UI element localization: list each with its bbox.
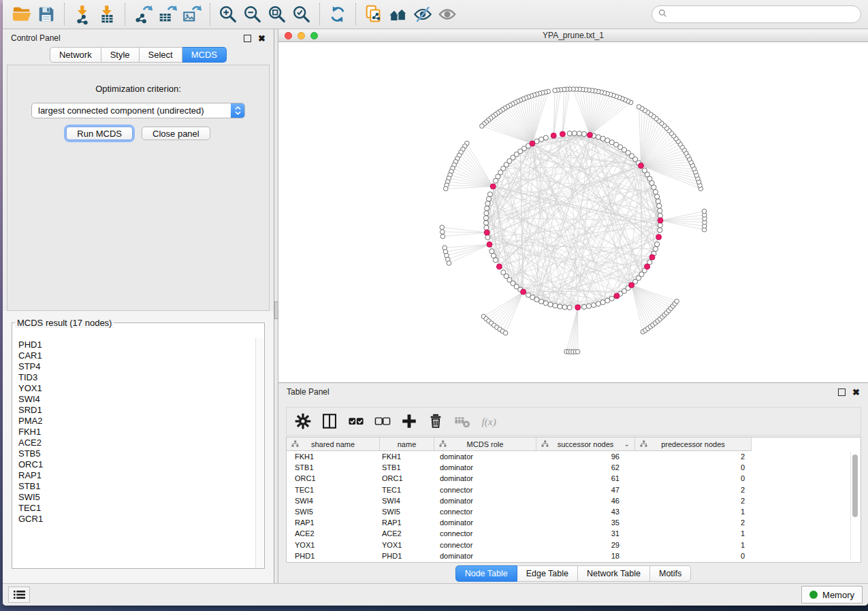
column-header-predecessor-nodes[interactable]: predecessor nodes <box>635 437 752 451</box>
show-columns-icon[interactable] <box>320 412 339 431</box>
close-panel-button[interactable]: Close panel <box>142 127 210 140</box>
tab-select[interactable]: Select <box>140 47 182 63</box>
main-area: Control Panel ✖ NetworkStyleSelectMCDS O… <box>3 29 868 583</box>
table-row[interactable]: FKH1FKH1dominator962 <box>287 451 861 462</box>
cell-name: SWI5 <box>380 508 434 516</box>
run-mcds-button[interactable]: Run MCDS <box>66 127 133 140</box>
table-row[interactable]: STB1STB1dominator620 <box>287 462 861 473</box>
search-box[interactable] <box>652 5 861 23</box>
column-type-icon <box>439 440 447 449</box>
mcds-result-item[interactable]: YOX1 <box>18 383 255 394</box>
import-network-icon[interactable] <box>70 3 95 26</box>
cell-predecessor_nodes: 2 <box>635 497 752 505</box>
tab-mcds[interactable]: MCDS <box>182 47 227 63</box>
zoom-out-icon[interactable] <box>240 3 265 26</box>
zoom-fit-icon[interactable] <box>265 3 289 26</box>
table-row[interactable]: SWI5SWI5connector431 <box>287 506 861 517</box>
apply-layout-icon[interactable] <box>325 3 350 26</box>
mcds-result-item[interactable]: STB1 <box>18 481 255 492</box>
mcds-result-item[interactable]: ORC1 <box>18 459 255 470</box>
network-graph[interactable] <box>278 42 868 382</box>
memory-button[interactable]: Memory <box>801 586 863 604</box>
export-image-icon[interactable] <box>180 3 204 26</box>
cell-shared_name: TEC1 <box>287 486 380 494</box>
table-row[interactable]: ACE2ACE2connector311 <box>287 528 861 539</box>
sort-desc-icon: ⌄ <box>624 440 630 448</box>
toolbar-separator <box>355 3 356 25</box>
right-column: YPA_prune.txt_1 Table Panel ✖ f(x) sha <box>278 29 868 583</box>
mcds-result-list[interactable]: PHD1CAR1STP4TID3YOX1SWI4SRD1PMA2FKH1ACE2… <box>13 338 255 567</box>
cell-predecessor_nodes: 2 <box>635 486 752 494</box>
hide-selected-icon[interactable] <box>411 3 435 26</box>
table-row[interactable]: RAP1RAP1dominator352 <box>287 517 861 528</box>
export-network-icon[interactable] <box>131 3 155 26</box>
show-all-icon[interactable] <box>435 3 460 26</box>
table-row[interactable]: SWI4SWI4dominator462 <box>287 495 861 506</box>
new-network-from-selection-icon[interactable] <box>361 3 386 26</box>
table-scrollbar-thumb[interactable] <box>852 455 858 517</box>
window-minimize-button[interactable] <box>298 32 305 39</box>
column-header-MCDS-role[interactable]: MCDS role <box>434 437 536 451</box>
float-table-panel-icon[interactable] <box>838 389 846 396</box>
table-row[interactable]: PHD1PHD1dominator180 <box>287 550 861 561</box>
network-canvas[interactable] <box>278 42 868 382</box>
tab-edge-table[interactable]: Edge Table <box>517 565 578 582</box>
window-close-button[interactable] <box>285 32 292 39</box>
mcds-result-item[interactable]: SWI4 <box>18 394 255 405</box>
search-icon <box>658 8 667 20</box>
open-file-icon[interactable] <box>10 3 34 26</box>
window-zoom-button[interactable] <box>310 32 318 39</box>
mcds-result-item[interactable]: PMA2 <box>18 416 255 427</box>
mcds-result-item[interactable]: SRD1 <box>18 405 255 416</box>
zoom-selected-icon[interactable] <box>289 3 314 26</box>
mcds-result-item[interactable]: GCR1 <box>18 514 255 525</box>
table-panel-titlebar: Table Panel ✖ <box>278 383 868 401</box>
save-session-icon[interactable] <box>34 3 59 26</box>
table-header: shared namenameMCDS rolesuccessor nodes⌄… <box>287 437 861 451</box>
table-row[interactable]: YOX1YOX1connector291 <box>287 540 861 550</box>
cell-shared_name: FKH1 <box>287 452 380 461</box>
column-header-shared-name[interactable]: shared name <box>287 437 380 451</box>
mcds-result-item[interactable]: SWI5 <box>18 492 255 503</box>
tab-network-table[interactable]: Network Table <box>578 565 650 582</box>
cell-mcds_role: connector <box>434 529 536 538</box>
import-table-icon[interactable] <box>95 3 119 26</box>
mcds-result-item[interactable]: CAR1 <box>18 350 255 361</box>
toolbar-separator <box>210 3 210 25</box>
zoom-in-icon[interactable] <box>216 3 240 26</box>
criterion-selected-value: largest connected component (undirected) <box>38 105 204 116</box>
mcds-result-item[interactable]: ACE2 <box>18 437 255 448</box>
float-panel-icon[interactable] <box>244 35 251 42</box>
mcds-result-item[interactable]: TID3 <box>18 372 255 383</box>
tab-motifs[interactable]: Motifs <box>650 565 691 582</box>
table-row[interactable]: ORC1ORC1dominator610 <box>287 473 861 484</box>
mcds-result-item[interactable]: RAP1 <box>18 470 255 481</box>
mcds-result-item[interactable]: STB5 <box>18 448 255 459</box>
column-header-name[interactable]: name <box>380 437 434 451</box>
cell-shared_name: SWI4 <box>287 497 380 505</box>
task-history-button[interactable] <box>8 587 30 603</box>
search-input[interactable] <box>671 9 854 20</box>
close-table-panel-icon[interactable]: ✖ <box>852 389 860 395</box>
add-column-icon[interactable] <box>400 412 419 431</box>
select-all-rows-icon[interactable] <box>347 412 366 431</box>
deselect-all-rows-icon[interactable] <box>373 412 392 431</box>
table-settings-icon[interactable] <box>293 412 312 431</box>
table-scrollbar[interactable] <box>850 452 859 560</box>
mcds-result-item[interactable]: PHD1 <box>18 340 255 350</box>
delete-columns-icon[interactable] <box>426 412 445 431</box>
export-table-icon[interactable] <box>155 3 180 26</box>
mcds-result-scrollbar[interactable] <box>255 338 263 567</box>
optimization-criterion-select[interactable]: largest connected component (undirected) <box>31 103 245 118</box>
first-neighbors-icon[interactable] <box>386 3 411 26</box>
table-row[interactable]: TEC1TEC1connector472 <box>287 484 861 495</box>
mcds-result-item[interactable]: TEC1 <box>18 503 255 514</box>
mcds-result-item[interactable]: STP4 <box>18 361 255 372</box>
column-header-successor-nodes[interactable]: successor nodes⌄ <box>536 437 635 451</box>
close-panel-icon[interactable]: ✖ <box>258 35 266 42</box>
cell-mcds_role: dominator <box>434 452 536 461</box>
tab-network[interactable]: Network <box>50 47 101 63</box>
mcds-result-item[interactable]: FKH1 <box>18 427 255 437</box>
tab-node-table[interactable]: Node Table <box>455 565 517 582</box>
tab-style[interactable]: Style <box>101 47 140 63</box>
